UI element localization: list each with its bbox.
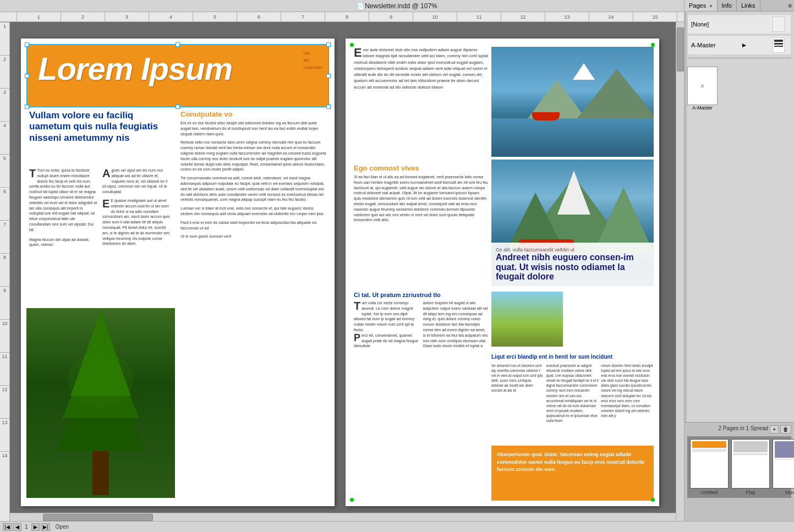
- master-thumbs: A A-Master: [685, 64, 794, 113]
- page-thumb-1[interactable]: [690, 439, 729, 489]
- a-master-expand[interactable]: ▶: [742, 42, 746, 48]
- section3-right: dolore euipsim irit augait ul alis autpu…: [423, 300, 489, 349]
- master-thumb-row: A A-Master: [687, 67, 791, 111]
- bottom-cols: Se doloreet nos et loborem zzril dip exe…: [491, 363, 654, 423]
- bottom-col3: volum dolortin hent doles incidpit lupta…: [601, 363, 654, 423]
- section2-title: Ego comnost vives: [354, 164, 489, 172]
- green-dot-tl: [350, 43, 354, 47]
- mountain-image: [491, 47, 654, 157]
- pages-new-btn[interactable]: +: [770, 425, 779, 434]
- pages-spread-label: 2 Pages in 1 Spread: [719, 425, 769, 434]
- orange-text-box: Oborperlurem quat. Duisi. Tatumsan estin…: [491, 446, 654, 501]
- thumb-line: [733, 453, 768, 454]
- handle-bc[interactable]: [176, 105, 180, 109]
- field-image: [491, 292, 563, 347]
- ruler-mark: 8: [325, 12, 369, 22]
- green-dot-br: [651, 498, 655, 502]
- pdf-icon: 📄: [357, 2, 365, 10]
- orange-box-text: Oborperlurem quat. Duisi. Tatumsan estin…: [497, 451, 648, 474]
- v-scrollbar[interactable]: [676, 22, 684, 521]
- panel-divider: [687, 58, 791, 58]
- p2-col1: E xer aute doloreet duis elis nos nullpu…: [354, 47, 489, 90]
- document-spread: Lorem Ipsum Vel: Ad: Vulputate: Vullam v…: [21, 39, 659, 506]
- thumb-content-3: [773, 440, 794, 462]
- master-thumb-1[interactable]: A A-Master: [687, 67, 718, 111]
- ruler-mark-v: 12: [0, 385, 10, 418]
- page-thumb-2[interactable]: [731, 439, 770, 489]
- thumb-img: [775, 441, 794, 458]
- nav-next-btn[interactable]: ▶: [31, 523, 40, 531]
- col2-body2: E E quatue modigniam aut ut amet velenim…: [102, 198, 171, 246]
- ruler-mark-v: 1: [0, 22, 10, 55]
- right-body2: Reetuie velis nos nonsecte dion-umm odig…: [180, 140, 326, 172]
- thumb-item-3[interactable]: Music: [773, 439, 794, 495]
- nav-first-btn[interactable]: |◀: [3, 523, 12, 531]
- banner-vulputate: Vulputate:: [303, 65, 323, 70]
- right-section-title: Conulputate vo: [180, 110, 326, 118]
- ruler-mark-v: 9: [0, 286, 10, 319]
- ruler-mark: 1: [17, 12, 61, 22]
- thumb-content-2: [732, 440, 769, 457]
- page-thumb-3[interactable]: [773, 439, 794, 489]
- banner-box[interactable]: Lorem Ipsum Vel: Ad: Vulputate:: [26, 44, 329, 107]
- bottom-section-title-area: Liqut erci blandip ent in henit lor sum …: [491, 351, 654, 361]
- featured-overlay: Os alit, vulla faccumsandit velMin ut An…: [491, 243, 654, 286]
- right-body3: Tie conurmsandio commod ea adit, coreet …: [180, 175, 326, 202]
- banner-vel: Vel:: [303, 51, 310, 56]
- tab-links[interactable]: Links: [737, 0, 760, 11]
- tab-info[interactable]: Info: [718, 0, 737, 11]
- thumb-item-1[interactable]: Untitled: [690, 439, 729, 495]
- h-scroll-thumb[interactable]: [43, 514, 153, 521]
- page-thumbnails: Untitled Play: [687, 436, 791, 498]
- handle-ml[interactable]: [25, 74, 29, 78]
- tab-spacer: [760, 0, 786, 11]
- thumb-line: [692, 450, 726, 451]
- handle-br[interactable]: [326, 105, 331, 109]
- none-icon: [773, 17, 785, 32]
- green-dot-tr: [651, 43, 655, 47]
- ruler-mark-v: 2: [0, 55, 10, 88]
- svg-point-4: [68, 352, 134, 407]
- panel-item-none[interactable]: [None]: [687, 14, 791, 34]
- bottom-col1: Se doloreet nos et loborem zzril dip exe…: [491, 363, 544, 423]
- a-master-icon: [773, 37, 785, 53]
- right-body4: Lumsan ver si blaor at incil erat, velis…: [180, 206, 326, 217]
- tab-pages[interactable]: Pages ×: [685, 0, 718, 11]
- ruler-mark-v: 13: [0, 418, 10, 451]
- featured-image: Os alit, vulla faccumsandit velMin ut An…: [491, 160, 654, 286]
- ruler-mark-v: 10: [0, 319, 10, 352]
- panel-content: [None] A-Master ▶: [685, 12, 794, 64]
- ruler-mark: 10: [413, 12, 457, 22]
- ruler-mark: 5: [193, 12, 237, 22]
- handle-tl[interactable]: [25, 42, 29, 47]
- handle-tc[interactable]: [176, 42, 180, 47]
- master-thumb-img: A: [687, 67, 718, 105]
- h-scrollbar[interactable]: [10, 513, 676, 521]
- right-panel: Pages × Info Links ≡ [None] A-Master ▶: [684, 0, 794, 532]
- col1-text: T Tum ex ectet, quisa te facidunt nullup…: [29, 168, 98, 248]
- main-heading: Vullam volore eu faciliq uametum quis nu…: [29, 110, 172, 144]
- panel-tabs: Pages × Info Links ≡: [685, 0, 794, 12]
- close-pages-tab[interactable]: ×: [709, 3, 712, 9]
- panel-options-btn[interactable]: ≡: [786, 0, 794, 11]
- section3-dropcap: T: [354, 300, 360, 311]
- lake: [491, 118, 654, 157]
- ruler-mark: 2: [61, 12, 105, 22]
- v-scroll-thumb[interactable]: [677, 28, 684, 72]
- p2-section3: Ci tat. Ut pratum zzriustrud tIo T um vu…: [354, 292, 489, 349]
- col1-magna: Magna faccum del utpat ad dolutat, quam,…: [29, 237, 98, 248]
- open-label: Open: [56, 524, 69, 530]
- handle-bl[interactable]: [25, 105, 29, 109]
- nav-prev-btn[interactable]: ◀: [13, 523, 21, 531]
- panel-item-a-master[interactable]: A-Master ▶: [687, 35, 791, 55]
- handle-tr[interactable]: [326, 42, 331, 47]
- page-1[interactable]: Lorem Ipsum Vel: Ad: Vulputate: Vullam v…: [21, 39, 335, 506]
- forest-image: [26, 308, 175, 498]
- page-2[interactable]: E xer aute doloreet duis elis nos nullpu…: [346, 39, 659, 506]
- thumb-item-2[interactable]: Play: [731, 439, 770, 495]
- ruler-mark-v: 7: [0, 220, 10, 253]
- nav-last-btn[interactable]: ▶|: [41, 523, 50, 531]
- p2-dropcap: E: [354, 47, 362, 59]
- handle-mr[interactable]: [326, 74, 331, 78]
- pages-delete-btn[interactable]: 🗑: [780, 425, 791, 434]
